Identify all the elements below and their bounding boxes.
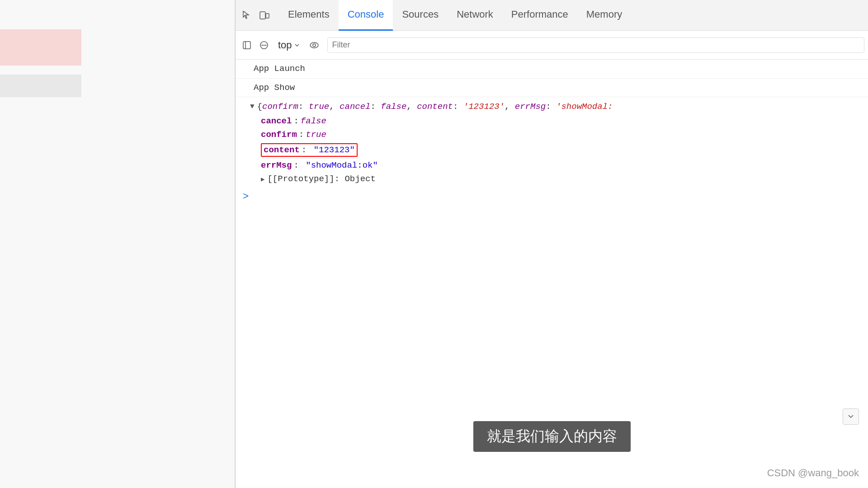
svg-rect-3 (243, 42, 250, 49)
svg-rect-1 (260, 12, 265, 19)
prop-prototype[interactable]: ▶ [[Prototype]]: Object (261, 172, 861, 186)
devtools-panel: Elements Console Sources Network Perform… (235, 0, 868, 488)
object-properties: cancel : false confirm : true content : … (243, 114, 861, 186)
devtools-icon-group (239, 8, 272, 23)
object-header[interactable]: ▼ {confirm: true, cancel: false, content… (243, 99, 861, 114)
svg-point-7 (310, 42, 318, 48)
scroll-to-bottom-button[interactable] (843, 408, 859, 425)
device-toggle-icon[interactable] (257, 8, 272, 23)
browser-gray-block (0, 75, 81, 97)
console-output: App Launch App Show ▼ {confirm: true, ca… (236, 60, 868, 488)
prop-errmsg: errMsg : "showModal:ok" (261, 159, 861, 172)
context-selector[interactable]: top (274, 38, 305, 53)
subtitle-overlay: 就是我们输入的内容 (473, 421, 631, 452)
svg-point-8 (313, 44, 316, 47)
prop-confirm: confirm : true (261, 128, 861, 141)
devtools-tabbar: Elements Console Sources Network Perform… (236, 0, 868, 31)
content-highlight-box: content : "123123" (261, 143, 358, 157)
object-collapse-arrow[interactable]: ▼ (250, 103, 255, 111)
console-object-entry: ▼ {confirm: true, cancel: false, content… (236, 97, 868, 188)
eye-icon[interactable] (307, 38, 322, 53)
tab-elements[interactable]: Elements (279, 0, 339, 31)
browser-pink-block (0, 29, 81, 66)
tab-network[interactable]: Network (448, 0, 502, 31)
browser-left-panel (0, 0, 235, 488)
tab-sources[interactable]: Sources (393, 0, 448, 31)
clear-console-button[interactable] (256, 38, 272, 53)
filter-input[interactable] (327, 38, 864, 53)
sidebar-toggle-button[interactable] (239, 38, 255, 53)
console-line-app-show: App Show (236, 79, 868, 98)
svg-rect-0 (242, 11, 246, 12)
inspect-element-icon[interactable] (239, 8, 254, 23)
svg-rect-2 (266, 14, 269, 18)
console-prompt[interactable]: > (236, 188, 868, 206)
console-line-app-launch: App Launch (236, 60, 868, 79)
prop-cancel: cancel : false (261, 114, 861, 128)
tab-performance[interactable]: Performance (502, 0, 577, 31)
watermark-text: CSDN @wang_book (767, 467, 859, 479)
prop-content: content : "123123" (261, 141, 861, 159)
console-toolbar: top (236, 31, 868, 60)
tab-console[interactable]: Console (339, 0, 393, 31)
tab-memory[interactable]: Memory (577, 0, 631, 31)
